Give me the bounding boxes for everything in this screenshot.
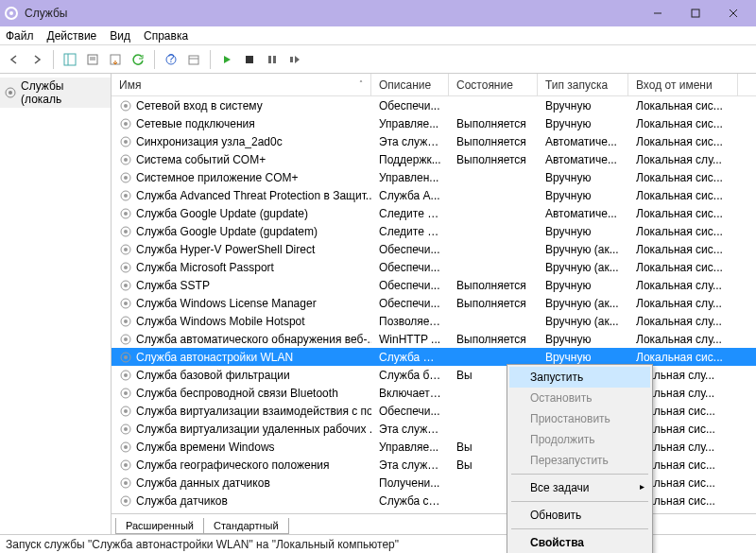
service-row[interactable]: Служба автонастройки WLANСлужба W...Вруч… — [112, 348, 756, 366]
service-desc: Служба A... — [371, 189, 449, 202]
service-start: Вручную — [538, 99, 628, 112]
service-row[interactable]: Служба SSTPОбеспечи...ВыполняетсяВручную… — [112, 276, 756, 294]
ctx-start[interactable]: Запустить — [509, 367, 650, 388]
service-row[interactable]: Служба автоматического обнаружения веб-.… — [112, 330, 756, 348]
maximize-button[interactable] — [677, 0, 714, 26]
ctx-stop[interactable]: Остановить — [509, 388, 650, 408]
service-row[interactable]: Служба датчиковСлужба се...окальная сис.… — [112, 492, 756, 510]
service-name: Служба данных датчиков — [136, 476, 270, 490]
svg-point-49 — [124, 337, 128, 341]
service-name: Служба времени Windows — [136, 441, 275, 454]
col-header-state[interactable]: Состояние — [449, 74, 538, 95]
svg-point-55 — [124, 391, 128, 395]
service-desc: Позволяет... — [371, 315, 449, 328]
ctx-restart[interactable]: Перезапустить — [509, 450, 650, 471]
restart-service-button[interactable] — [284, 49, 305, 70]
gear-icon — [4, 86, 17, 99]
service-name: Служба автонастройки WLAN — [136, 351, 293, 364]
list-pane: Имя˄ Описание Состояние Тип запуска Вход… — [112, 74, 756, 534]
svg-text:?: ? — [168, 53, 175, 65]
stop-service-button[interactable] — [239, 49, 260, 70]
context-menu: Запустить Остановить Приостановить Продо… — [507, 364, 653, 553]
back-button[interactable] — [4, 49, 25, 70]
service-row[interactable]: Служба Google Update (gupdatem)Следите з… — [112, 222, 756, 240]
ctx-refresh[interactable]: Обновить — [509, 505, 650, 526]
gear-icon — [119, 153, 132, 166]
svg-point-61 — [124, 445, 128, 449]
export-button[interactable] — [105, 49, 126, 70]
service-row[interactable]: Служба Advanced Threat Protection в Защи… — [112, 186, 756, 204]
gear-icon — [119, 99, 132, 112]
service-name: Служба беспроводной связи Bluetooth — [136, 387, 338, 400]
service-logon: Локальная сис... — [628, 351, 738, 364]
svg-rect-6 — [64, 54, 76, 65]
col-header-desc[interactable]: Описание — [371, 74, 449, 95]
tab-standard[interactable]: Стандартный — [203, 518, 289, 534]
service-row[interactable]: Система событий COM+Поддержк...Выполняет… — [112, 150, 756, 168]
minimize-button[interactable] — [639, 0, 677, 26]
ctx-pause[interactable]: Приостановить — [509, 408, 650, 429]
ctx-properties[interactable]: Свойства — [509, 532, 650, 553]
service-row[interactable]: Служба базовой фильтрацииСлужба ба...Выо… — [112, 366, 756, 384]
show-hide-tree-button[interactable] — [60, 49, 80, 70]
start-service-button[interactable] — [216, 49, 237, 70]
tree-root-label: Службы (локаль — [21, 79, 107, 106]
close-button[interactable] — [714, 0, 752, 26]
menu-view[interactable]: Вид — [110, 29, 130, 43]
service-row[interactable]: Служба Microsoft PassportОбеспечи...Вруч… — [112, 258, 756, 276]
service-row[interactable]: Системное приложение COM+Управлен...Вруч… — [112, 168, 756, 186]
title-bar: Службы — [0, 0, 756, 26]
service-row[interactable]: Служба географического положенияЭта служ… — [112, 456, 756, 474]
col-header-start[interactable]: Тип запуска — [538, 74, 628, 95]
service-name: Сетевые подключения — [136, 117, 255, 130]
col-header-logon[interactable]: Вход от имени — [628, 74, 738, 95]
service-desc: Управляе... — [371, 117, 449, 130]
ctx-resume[interactable]: Продолжить — [509, 429, 650, 450]
tree-root-services[interactable]: Службы (локаль — [0, 78, 111, 108]
forward-button[interactable] — [26, 49, 47, 70]
service-row[interactable]: Служба виртуализации удаленных рабочих .… — [112, 420, 756, 438]
service-row[interactable]: Синхронизация узла_2ad0cЭта служб...Выпо… — [112, 132, 756, 150]
refresh-button[interactable] — [128, 49, 148, 70]
properties-button[interactable] — [82, 49, 103, 70]
service-row[interactable]: Служба Hyper-V PowerShell DirectОбеспечи… — [112, 240, 756, 258]
service-row[interactable]: Служба беспроводной связи BluetoothВключ… — [112, 384, 756, 402]
service-desc: Служба се... — [371, 494, 449, 508]
col-header-name[interactable]: Имя˄ — [112, 74, 371, 95]
svg-rect-16 — [246, 56, 253, 63]
svg-point-37 — [124, 230, 128, 233]
service-name: Служба Advanced Threat Protection в Защи… — [136, 189, 371, 202]
gear-icon — [119, 441, 132, 454]
service-row[interactable]: Служба виртуализации взаимодействия с по… — [112, 402, 756, 420]
menu-help[interactable]: Справка — [144, 29, 188, 43]
tab-extended[interactable]: Расширенный — [115, 518, 204, 534]
menu-action[interactable]: Действие — [47, 29, 97, 43]
service-name: Служба географического положения — [136, 458, 330, 472]
service-row[interactable]: Служба Google Update (gupdate)Следите за… — [112, 204, 756, 222]
service-desc: Обеспечи... — [371, 297, 449, 310]
service-row[interactable]: Сетевые подключенияУправляе...Выполняетс… — [112, 114, 756, 132]
service-desc: Обеспечи... — [371, 261, 449, 274]
service-name: Служба Windows License Manager — [136, 297, 317, 310]
service-start: Вручную — [538, 333, 628, 346]
service-desc: Следите за... — [371, 225, 449, 238]
list-body[interactable]: Сетевой вход в системуОбеспечи...Вручную… — [112, 96, 756, 513]
service-row[interactable]: Сетевой вход в системуОбеспечи...Вручную… — [112, 96, 756, 114]
menu-file[interactable]: Файл — [6, 29, 34, 43]
service-row[interactable]: Служба времени WindowsУправляе...Выокаль… — [112, 438, 756, 456]
service-row[interactable]: Служба Windows Mobile HotspotПозволяет..… — [112, 312, 756, 330]
pause-service-button[interactable] — [262, 49, 283, 70]
service-start: Автоматиче... — [538, 153, 628, 166]
calendar-button[interactable] — [183, 49, 204, 70]
service-desc: Эта служб... — [371, 458, 449, 472]
service-logon: Локальная сис... — [628, 243, 738, 256]
service-row[interactable]: Служба Windows License ManagerОбеспечи..… — [112, 294, 756, 312]
service-name: Служба Windows Mobile Hotspot — [136, 315, 305, 328]
service-start: Вручную (ак... — [538, 297, 628, 310]
ctx-alltasks[interactable]: Все задачи▸ — [509, 477, 650, 498]
service-start: Вручную — [538, 351, 628, 364]
svg-point-39 — [124, 248, 128, 251]
service-start: Вручную (ак... — [538, 243, 628, 256]
service-row[interactable]: Служба данных датчиковПолучени...окальна… — [112, 474, 756, 492]
help-button[interactable]: ? — [161, 49, 181, 70]
